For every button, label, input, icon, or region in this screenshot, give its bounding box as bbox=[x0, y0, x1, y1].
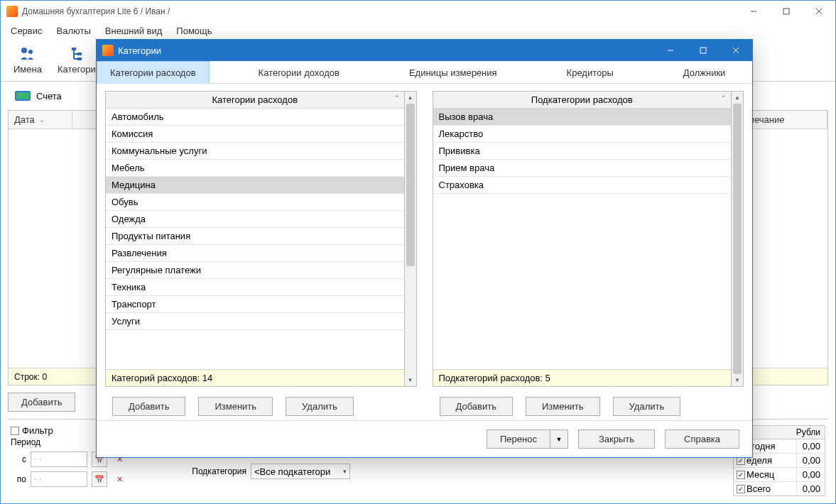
category-item[interactable]: Транспорт bbox=[106, 296, 404, 313]
subcategory-item[interactable]: Лекарство bbox=[433, 126, 732, 143]
subcategory-item[interactable]: Вызов врача bbox=[433, 109, 732, 126]
category-item[interactable]: Медицина bbox=[106, 177, 404, 194]
summary-row: ✓Всего0,00 bbox=[734, 482, 825, 495]
scroll-up-icon[interactable]: ▲ bbox=[732, 92, 743, 104]
category-item[interactable]: Регулярные платежи bbox=[106, 262, 404, 279]
to-label: по bbox=[11, 474, 26, 484]
svg-rect-1 bbox=[783, 9, 789, 14]
summary-value: 0,00 bbox=[796, 454, 825, 467]
date-from-input[interactable]: . . bbox=[31, 451, 87, 467]
category-item[interactable]: Продукты питания bbox=[106, 228, 404, 245]
tab-3[interactable]: Кредиторы bbox=[553, 61, 627, 83]
subcategory-item[interactable]: Прививка bbox=[433, 143, 732, 160]
scroll-thumb[interactable] bbox=[406, 104, 415, 266]
summary-checkbox[interactable]: ✓ bbox=[737, 471, 745, 479]
categories-header[interactable]: Категории расходов⌃ bbox=[106, 92, 404, 109]
subcategories-scrollbar[interactable]: ▲ ▼ bbox=[732, 91, 744, 387]
summary-row: ✓Месяц0,00 bbox=[734, 468, 825, 482]
menu-currencies[interactable]: Валюты bbox=[51, 24, 97, 38]
toolbar-categories-label: Категории bbox=[58, 64, 101, 75]
accounts-item[interactable]: Счета bbox=[8, 88, 69, 104]
col-date[interactable]: Дата⌄ bbox=[9, 111, 72, 128]
close-dialog-button[interactable]: Закрыть bbox=[578, 429, 655, 449]
filter-checkbox[interactable] bbox=[11, 427, 19, 435]
subcat-add-button[interactable]: Добавить bbox=[440, 397, 513, 416]
category-item[interactable]: Одежда bbox=[106, 211, 404, 228]
tab-0[interactable]: Категории расходов bbox=[97, 61, 210, 84]
toolbar-names[interactable]: Имена bbox=[8, 43, 48, 77]
summary-value: 0,00 bbox=[796, 439, 825, 453]
category-item[interactable]: Услуги bbox=[106, 313, 404, 330]
category-item[interactable]: Мебель bbox=[106, 160, 404, 177]
category-item[interactable]: Автомобиль bbox=[106, 109, 404, 126]
transfer-split-button[interactable]: Перенос ▼ bbox=[487, 429, 568, 449]
summary-checkbox[interactable]: ✓ bbox=[737, 485, 745, 493]
categories-list[interactable]: Категории расходов⌃ АвтомобильКомиссияКо… bbox=[105, 91, 405, 387]
dialog-minimize-button[interactable] bbox=[654, 40, 687, 61]
transfer-button[interactable]: Перенос bbox=[487, 429, 550, 449]
subcategories-count: Подкатегорий расходов: 5 bbox=[433, 369, 732, 386]
dialog-close-button[interactable] bbox=[720, 40, 752, 61]
scroll-down-icon[interactable]: ▼ bbox=[732, 374, 743, 386]
clear-to-icon[interactable]: ✕ bbox=[112, 471, 127, 487]
summary-label: Всего bbox=[747, 483, 771, 494]
subcat-delete-button[interactable]: Удалить bbox=[613, 397, 681, 416]
svg-point-5 bbox=[28, 50, 33, 54]
toolbar-names-label: Имена bbox=[13, 64, 42, 75]
dialog-tabs: Категории расходовКатегории доходовЕдини… bbox=[97, 61, 752, 84]
dialog-maximize-button[interactable] bbox=[687, 40, 720, 61]
date-to-input[interactable]: . . bbox=[31, 471, 87, 487]
from-label: с bbox=[11, 454, 26, 464]
dialog-titlebar: Категории bbox=[97, 40, 752, 61]
category-item[interactable]: Комиссия bbox=[106, 126, 404, 143]
svg-rect-13 bbox=[700, 48, 706, 53]
tab-4[interactable]: Должники bbox=[670, 61, 739, 83]
grid-add-button[interactable]: Добавить bbox=[8, 393, 75, 412]
svg-point-4 bbox=[21, 48, 27, 53]
summary-value: 0,00 bbox=[796, 468, 825, 481]
menu-appearance[interactable]: Внешний вид bbox=[99, 24, 168, 38]
accounts-label: Счета bbox=[36, 91, 62, 102]
tab-2[interactable]: Единицы измерения bbox=[396, 61, 511, 83]
subcategory-item[interactable]: Прием врача bbox=[433, 160, 732, 177]
scroll-thumb[interactable] bbox=[733, 104, 742, 374]
menu-service[interactable]: Сервис bbox=[5, 24, 48, 38]
app-title: Домашняя бухгалтерия Lite 6 / Иван / bbox=[22, 6, 737, 16]
subcategories-header[interactable]: Подкатегории расходов⌃ bbox=[433, 92, 732, 109]
dialog-icon bbox=[102, 45, 114, 56]
cat-add-button[interactable]: Добавить bbox=[112, 397, 185, 416]
svg-rect-7 bbox=[77, 53, 82, 55]
categories-dialog: Категории Категории расходовКатегории до… bbox=[96, 39, 753, 458]
menu-help[interactable]: Помощь bbox=[170, 24, 217, 38]
scroll-down-icon[interactable]: ▼ bbox=[405, 374, 416, 386]
svg-rect-6 bbox=[72, 48, 76, 50]
categories-scrollbar[interactable]: ▲ ▼ bbox=[405, 91, 417, 387]
help-button[interactable]: Справка bbox=[665, 429, 739, 449]
category-item[interactable]: Развлечения bbox=[106, 245, 404, 262]
calendar-to-icon[interactable]: 📅 bbox=[92, 471, 107, 487]
scroll-up-icon[interactable]: ▲ bbox=[405, 92, 416, 104]
svg-rect-8 bbox=[77, 57, 82, 60]
main-titlebar: Домашняя бухгалтерия Lite 6 / Иван / bbox=[1, 1, 835, 22]
dialog-body: Категории расходов⌃ АвтомобильКомиссияКо… bbox=[97, 84, 752, 420]
dialog-title: Категории bbox=[118, 45, 654, 56]
accounts-icon bbox=[15, 91, 31, 101]
cat-edit-button[interactable]: Изменить bbox=[198, 397, 273, 416]
app-icon bbox=[6, 6, 18, 17]
subcategory-select[interactable]: <Все подкатегори bbox=[251, 464, 350, 479]
maximize-button[interactable] bbox=[770, 1, 803, 22]
dialog-footer: Перенос ▼ Закрыть Справка bbox=[97, 420, 752, 457]
minimize-button[interactable] bbox=[737, 1, 770, 22]
subcategory-item[interactable]: Страховка bbox=[433, 177, 732, 194]
category-item[interactable]: Обувь bbox=[106, 194, 404, 211]
subcategory-label: Подкатегория bbox=[181, 466, 246, 476]
close-button[interactable] bbox=[803, 1, 835, 22]
subcategories-list[interactable]: Подкатегории расходов⌃ Вызов врачаЛекарс… bbox=[433, 91, 732, 387]
transfer-dropdown-icon[interactable]: ▼ bbox=[550, 429, 568, 449]
col-note[interactable]: мечание bbox=[742, 111, 827, 128]
tab-1[interactable]: Категории доходов bbox=[245, 61, 353, 83]
cat-delete-button[interactable]: Удалить bbox=[286, 397, 354, 416]
subcat-edit-button[interactable]: Изменить bbox=[526, 397, 600, 416]
category-item[interactable]: Техника bbox=[106, 279, 404, 296]
category-item[interactable]: Коммунальные услуги bbox=[106, 143, 404, 160]
